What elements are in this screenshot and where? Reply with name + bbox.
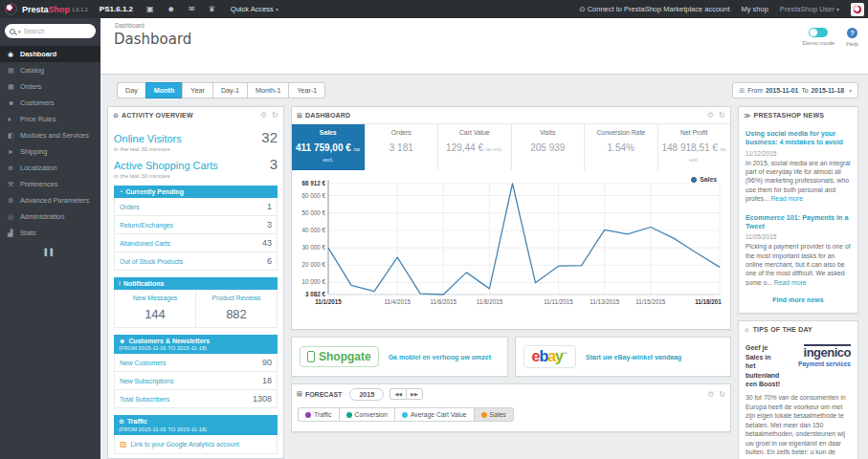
kpi-value: 3 181: [389, 142, 413, 153]
previous-year-button[interactable]: ◀◀: [389, 388, 406, 400]
online-visitors-metric[interactable]: Online Visitors32: [114, 129, 278, 145]
sidebar-search[interactable]: ▾: [5, 24, 96, 38]
pending-returns-row[interactable]: Return/Exchanges3: [114, 216, 278, 234]
kpi-visits[interactable]: Visits205 939: [512, 124, 586, 170]
new-messages-cell[interactable]: New Messages144: [115, 290, 195, 327]
chevron-down-icon: ▾: [836, 7, 839, 12]
ebay-letter: y: [555, 348, 563, 364]
refresh-icon[interactable]: ↻: [719, 390, 725, 399]
row-value: 18: [262, 376, 272, 385]
total-subscribers-row[interactable]: Total Subscribers1308: [114, 390, 278, 408]
article-title-link[interactable]: Ecommerce 101: Payments in a Tweet: [746, 213, 851, 231]
shopgate-promo-link[interactable]: Ga mobiel en verhoog uw omzet: [389, 354, 491, 361]
find-more-news-link[interactable]: Find more news: [746, 296, 851, 303]
pending-orders-row[interactable]: Orders1: [114, 198, 278, 216]
mail-icon[interactable]: ✉: [189, 5, 195, 13]
dashboard-panel-header: ⊞ DASHBOARD ⚙↻: [292, 107, 730, 123]
refresh-icon[interactable]: ↻: [719, 111, 725, 120]
svg-text:40 000 €: 40 000 €: [301, 227, 325, 233]
abandoned-carts-row[interactable]: Abandoned Carts43: [114, 234, 278, 252]
forecast-legend-traffic[interactable]: Traffic: [298, 407, 339, 422]
tips-panel-header: ☼ TIPS OF THE DAY: [739, 321, 857, 338]
sidebar-item-advanced-parameters[interactable]: ⚙Advanced Parameters: [0, 192, 100, 208]
period-year-1-button[interactable]: Year-1: [288, 82, 325, 98]
ebay-promo-link[interactable]: Start uw eBay-winkel vandaag: [586, 354, 681, 361]
dashboard-panel: ⊞ DASHBOARD ⚙↻ Sales411 759,00 € tax exc…: [291, 106, 731, 330]
read-more-link[interactable]: Read more: [774, 279, 807, 286]
period-year-button[interactable]: Year: [182, 82, 212, 98]
forecast-year-select[interactable]: 2015: [349, 388, 384, 401]
forecast-legend-sales[interactable]: Sales: [474, 407, 514, 422]
article-title-link[interactable]: Using social media for your business: 4 …: [746, 129, 851, 147]
product-reviews-cell[interactable]: Product Reviews882: [195, 290, 277, 327]
help-icon[interactable]: ?: [847, 28, 857, 38]
sidebar-item-customers[interactable]: ☻Customers: [0, 95, 100, 111]
period-month-1-button[interactable]: Month-1: [247, 82, 288, 98]
stats-icon: ▟: [8, 230, 20, 237]
new-customers-row[interactable]: New Customers90: [114, 354, 278, 372]
sidebar-item-localization[interactable]: ⊕Localization: [0, 160, 100, 176]
period-day-1-button[interactable]: Day-1: [212, 82, 247, 98]
article-excerpt: Picking a payment provider is one of the…: [746, 242, 851, 287]
search-scope-caret-icon[interactable]: ▾: [18, 29, 21, 34]
forecast-legend-average-cart-value[interactable]: Average Cart Value: [394, 407, 474, 422]
sidebar-item-price-rules[interactable]: ♦Price Rules: [0, 111, 100, 127]
sales-line-chart[interactable]: 3 082 €10 000 €20 000 €30 000 €40 000 €5…: [294, 172, 728, 325]
legend-label: Average Cart Value: [411, 411, 467, 418]
sidebar-item-administration[interactable]: ◎Administration: [0, 208, 100, 225]
demo-mode-toggle[interactable]: [809, 28, 828, 37]
read-more-link[interactable]: Read more: [770, 195, 803, 202]
next-year-button[interactable]: ▶▶: [406, 388, 423, 400]
shopgate-promo-card[interactable]: Shopgate Ga mobiel en verhoog uw omzet: [291, 337, 508, 377]
google-analytics-link[interactable]: ▨Link to your Google Analytics account: [114, 435, 278, 454]
legend-dot-icon: [691, 177, 697, 183]
kpi-cart-value[interactable]: Cart Value129,44 € tax excl.: [438, 124, 512, 170]
kpi-net-profit[interactable]: Net Profit148 918,51 € tax excl.: [658, 124, 731, 170]
prestashop-admin-window: PrestaShop 1.6.1.2 PS1.6.1.2 ▣ ☻ ✉ ♛ Qui…: [0, 0, 868, 459]
prestashop-logo-icon[interactable]: [5, 3, 17, 15]
customers-icon: ☻: [119, 338, 125, 344]
avatar[interactable]: [851, 3, 864, 16]
gear-icon[interactable]: ⚙: [707, 111, 714, 120]
sidebar-item-stats[interactable]: ▟Stats: [0, 225, 100, 241]
sidebar-item-shipping[interactable]: ►Shipping: [0, 143, 100, 160]
gear-icon[interactable]: ⚙: [707, 390, 714, 399]
trophy-icon[interactable]: ♛: [209, 5, 215, 13]
kpi-orders[interactable]: Orders3 181: [366, 124, 439, 170]
sidebar-item-dashboard[interactable]: ◉Dashboard: [0, 46, 100, 62]
kpi-sales[interactable]: Sales411 759,00 € tax excl.: [292, 124, 366, 170]
globe-icon: ⊕: [119, 418, 124, 425]
period-month-button[interactable]: Month: [145, 82, 183, 98]
ebay-promo-card[interactable]: ebay™ Start uw eBay-winkel vandaag: [515, 337, 732, 377]
period-day-button[interactable]: Day: [117, 82, 145, 98]
my-shop-link[interactable]: My shop: [742, 5, 768, 13]
sidebar-item-modules[interactable]: ◧Modules and Services: [0, 127, 100, 143]
kpi-conversion-rate[interactable]: Conversion Rate1.54%: [585, 124, 658, 170]
help-label: Help: [846, 40, 858, 47]
out-of-stock-row[interactable]: Out of Stock Products6: [114, 252, 278, 271]
marketplace-link[interactable]: ⊙ Connect to PrestaShop Marketplace acco…: [579, 5, 729, 13]
new-subscriptions-row[interactable]: New Subscriptions18: [114, 372, 278, 390]
svg-text:11/6/2015: 11/6/2015: [431, 298, 457, 305]
traffic-title: Traffic: [127, 418, 147, 425]
sidebar-collapse-button[interactable]: ▌▌: [0, 249, 100, 255]
svg-text:11/8/2015: 11/8/2015: [477, 298, 503, 305]
forecast-legend: Traffic Conversion Average Cart Value Sa…: [298, 407, 730, 422]
forecast-legend-conversion[interactable]: Conversion: [339, 407, 394, 422]
search-input[interactable]: [24, 28, 81, 34]
cart-icon[interactable]: ▣: [146, 5, 154, 13]
employee-icon[interactable]: ☻: [167, 5, 175, 13]
brand-name[interactable]: PrestaShop: [22, 5, 70, 14]
refresh-icon[interactable]: ↻: [272, 111, 278, 120]
date-range-picker[interactable]: ⊞ From 2015-11-01 To 2015-11-18 ▾: [732, 82, 858, 98]
sidebar-item-orders[interactable]: ▦Orders: [0, 78, 100, 95]
breadcrumb[interactable]: Dashboard: [100, 18, 868, 29]
quick-access-menu[interactable]: Quick Access▾: [231, 5, 278, 13]
shop-name[interactable]: PS1.6.1.2: [100, 5, 133, 13]
sidebar-item-catalog[interactable]: ▤Catalog: [0, 62, 100, 78]
user-menu[interactable]: PrestaShop User▾: [780, 5, 839, 13]
sidebar-item-preferences[interactable]: ⚒Preferences: [0, 176, 100, 192]
active-carts-metric[interactable]: Active Shopping Carts3: [114, 156, 278, 172]
gear-icon[interactable]: ⚙: [260, 111, 267, 120]
legend-label: Sales: [700, 176, 717, 183]
